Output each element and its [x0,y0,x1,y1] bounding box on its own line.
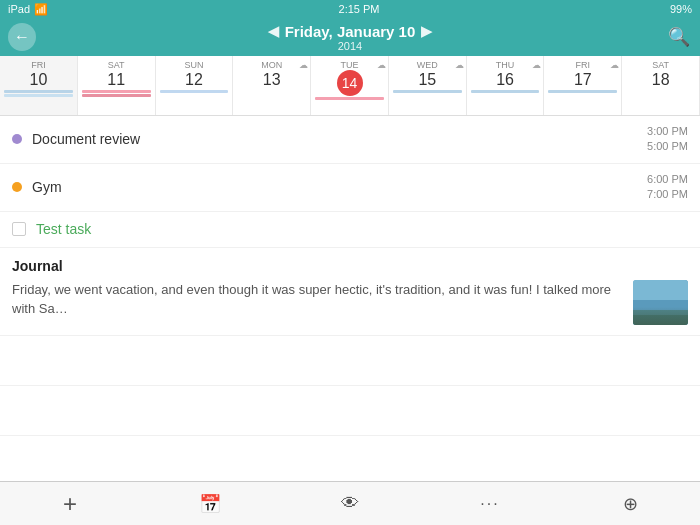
task-checkbox[interactable] [12,222,26,236]
calendar-day[interactable]: WED15☁ [389,56,467,115]
cal-event-bar [548,90,617,93]
search-icon: 🔍 [668,27,690,47]
bottom-toolbar: + 📅 👁 ··· ⊕ [0,481,700,525]
event-time-start: 6:00 PM [647,172,688,187]
cal-event-bars [80,89,153,98]
cal-day-number: 17 [574,70,592,89]
cal-day-name: SAT [108,60,125,70]
cal-day-number: 14 [337,70,363,96]
cal-event-bar [160,90,229,93]
journal-title: Journal [12,258,688,274]
task-item[interactable]: Test task [0,212,700,248]
cal-day-number: 10 [29,70,47,89]
header-title-area: ◀ Friday, January 10 ▶ 2014 [268,23,433,52]
cal-day-name: SUN [184,60,203,70]
cal-event-bars [158,89,231,94]
eye-button[interactable]: 👁 [328,482,372,526]
status-bar: iPad 📶 2:15 PM 99% [0,0,700,18]
calendar-day[interactable]: MON13☁ [233,56,311,115]
cal-event-bar [471,90,540,93]
journal-content: Friday, we went vacation, and even thoug… [12,280,688,325]
more-button[interactable]: ··· [468,482,512,526]
journal-text: Friday, we went vacation, and even thoug… [12,280,623,319]
cal-day-number: 16 [496,70,514,89]
calendar-day[interactable]: SAT18 [622,56,700,115]
back-icon: ← [14,28,30,46]
cal-day-name: TUE [341,60,359,70]
cal-day-name: SAT [652,60,669,70]
cal-day-name: WED [417,60,438,70]
cal-day-name: THU [496,60,515,70]
share-button[interactable]: ⊕ [608,482,652,526]
calendar-day[interactable]: SUN12 [156,56,234,115]
cal-day-number: 13 [263,70,281,89]
more-icon: ··· [480,495,499,513]
cal-event-bars [313,96,386,101]
header-year: 2014 [268,40,433,52]
calendar-day[interactable]: SAT11 [78,56,156,115]
task-name: Test task [36,221,91,237]
add-button[interactable]: + [48,482,92,526]
svg-rect-3 [633,315,688,325]
calendar-day[interactable]: FRI17☁ [544,56,622,115]
app-header: ← ◀ Friday, January 10 ▶ 2014 🔍 [0,18,700,56]
svg-rect-2 [633,310,688,325]
next-arrow[interactable]: ▶ [421,23,432,39]
cal-event-bar [393,90,462,93]
empty-row [0,386,700,436]
cal-event-bars [469,89,542,94]
calendar-icon: 📅 [199,493,221,515]
event-name: Gym [32,179,647,195]
journal-section[interactable]: Journal Friday, we went vacation, and ev… [0,248,700,336]
empty-row [0,436,700,486]
cal-event-bars [391,89,464,94]
ipad-label: iPad [8,3,30,15]
cal-day-number: 11 [107,70,125,89]
event-time: 6:00 PM 7:00 PM [647,172,688,203]
cal-event-bar [4,90,73,93]
cal-event-bar [82,94,151,97]
calendar-day[interactable]: THU16☁ [467,56,545,115]
svg-rect-1 [633,300,688,325]
cal-event-bars [2,89,75,98]
calendar-strip: FRI10SAT11SUN12MON13☁TUE14☁WED15☁THU16☁F… [0,56,700,116]
search-button[interactable]: 🔍 [668,26,690,48]
weather-icon: ☁ [610,60,619,70]
event-dot [12,182,22,192]
cal-day-number: 15 [418,70,436,89]
calendar-day[interactable]: TUE14☁ [311,56,389,115]
header-date: Friday, January 10 [285,23,416,40]
cal-event-bar [315,97,384,100]
cal-day-name: MON [261,60,282,70]
event-item[interactable]: Gym 6:00 PM 7:00 PM [0,164,700,212]
back-button[interactable]: ← [8,23,36,51]
weather-icon: ☁ [377,60,386,70]
status-left: iPad 📶 [8,3,48,16]
eye-icon: 👁 [341,493,359,514]
event-item[interactable]: Document review 3:00 PM 5:00 PM [0,116,700,164]
event-time: 3:00 PM 5:00 PM [647,124,688,155]
event-name: Document review [32,131,647,147]
weather-icon: ☁ [299,60,308,70]
battery-label: 99% [670,3,692,15]
event-time-end: 5:00 PM [647,139,688,154]
status-time: 2:15 PM [339,3,380,15]
empty-row [0,336,700,386]
event-time-end: 7:00 PM [647,187,688,202]
cal-event-bar [4,94,73,97]
journal-thumbnail [633,280,688,325]
prev-arrow[interactable]: ◀ [268,23,279,39]
calendar-day[interactable]: FRI10 [0,56,78,115]
calendar-button[interactable]: 📅 [188,482,232,526]
cal-day-name: FRI [31,60,46,70]
add-icon: + [63,490,77,518]
cal-event-bars [546,89,619,94]
event-dot [12,134,22,144]
cal-day-number: 12 [185,70,203,89]
event-time-start: 3:00 PM [647,124,688,139]
status-right: 99% [670,3,692,15]
weather-icon: ☁ [455,60,464,70]
share-icon: ⊕ [623,493,638,515]
weather-icon: ☁ [532,60,541,70]
cal-event-bar [82,90,151,93]
